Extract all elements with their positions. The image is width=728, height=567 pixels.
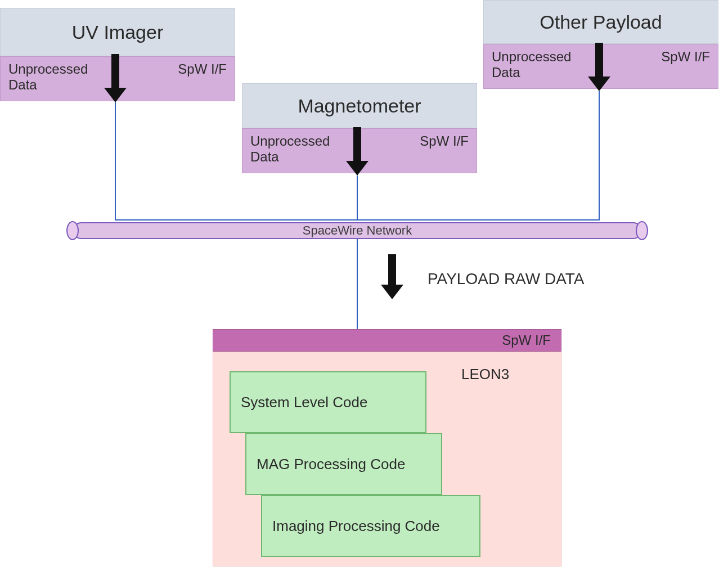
uv-arrow-head-icon: [104, 88, 127, 102]
processor-spw-label: SpW I/F: [502, 332, 551, 348]
uv-connector-line: [115, 102, 116, 219]
other-connector-line: [599, 91, 600, 219]
network-top-rail: [115, 219, 600, 220]
mag-unprocessed-label: Unprocessed Data: [250, 133, 330, 164]
uv-arrow-stem: [111, 54, 119, 88]
mag-spw-label: SpW I/F: [420, 133, 469, 149]
payload-raw-data-label: PAYLOAD RAW DATA: [428, 270, 584, 288]
spacewire-network-label: SpaceWire Network: [303, 223, 412, 238]
spacewire-network-pipe: SpaceWire Network: [73, 222, 641, 239]
other-unprocessed-label: Unprocessed Data: [492, 49, 571, 80]
uv-imager-title: UV Imager: [72, 21, 164, 43]
raw-data-arrow-stem: [388, 254, 396, 285]
code-card-imaging-processing: Imaging Processing Code: [261, 495, 480, 557]
code-card-system-level: System Level Code: [230, 371, 426, 433]
raw-data-arrow-head-icon: [381, 285, 403, 299]
magnetometer-title: Magnetometer: [298, 95, 421, 117]
other-spw-label: SpW I/F: [661, 49, 710, 65]
processor-spw-header: SpW I/F: [213, 329, 561, 352]
uv-imager-title-box: UV Imager: [0, 8, 235, 56]
mag-arrow-head-icon: [346, 161, 369, 176]
other-payload-title: Other Payload: [540, 11, 662, 33]
network-to-processor-line: [357, 239, 358, 329]
uv-unprocessed-label: Unprocessed Data: [8, 61, 88, 92]
uv-spw-label: SpW I/F: [178, 61, 227, 77]
diagram-root: UV Imager Unprocessed Data SpW I/F Other…: [0, 0, 728, 567]
pipe-left-cap-icon: [66, 221, 79, 240]
magnetometer-title-box: Magnetometer: [242, 83, 477, 128]
code-card-mag-processing: MAG Processing Code: [245, 433, 442, 495]
processor-name-label: LEON3: [461, 366, 509, 383]
pipe-right-cap-icon: [636, 221, 648, 240]
mag-connector-line: [357, 176, 358, 219]
other-arrow-stem: [595, 43, 603, 76]
mag-arrow-stem: [353, 127, 361, 161]
other-payload-title-box: Other Payload: [483, 0, 718, 44]
other-arrow-head-icon: [588, 76, 610, 91]
